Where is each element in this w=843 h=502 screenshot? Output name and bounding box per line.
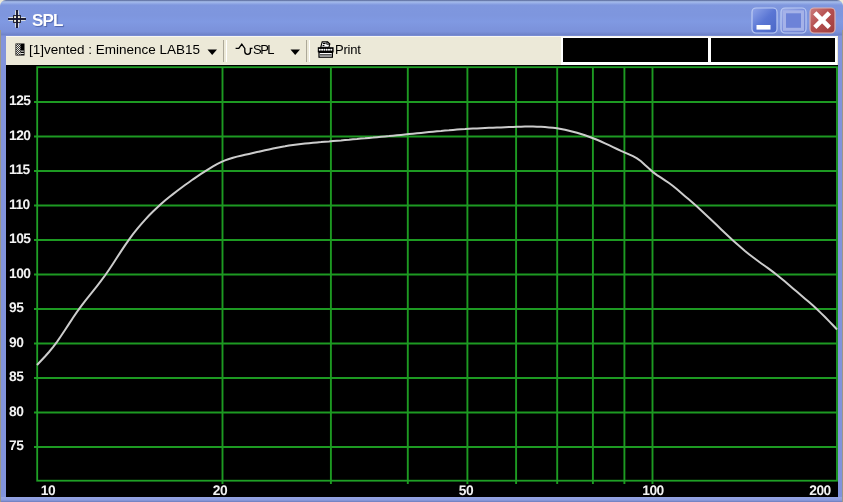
svg-text:200: 200 (809, 483, 831, 498)
svg-text:100: 100 (642, 483, 664, 498)
svg-text:95: 95 (9, 300, 24, 315)
svg-text:120: 120 (9, 128, 31, 143)
svg-text:110: 110 (9, 197, 31, 212)
svg-text:75: 75 (9, 438, 24, 453)
svg-text:80: 80 (9, 404, 24, 419)
svg-text:125: 125 (9, 93, 31, 108)
svg-text:10: 10 (41, 483, 56, 498)
svg-text:105: 105 (9, 231, 31, 246)
svg-text:20: 20 (213, 483, 228, 498)
svg-text:90: 90 (9, 335, 24, 350)
svg-text:85: 85 (9, 369, 24, 384)
svg-text:50: 50 (459, 483, 474, 498)
svg-text:100: 100 (9, 266, 31, 281)
svg-text:115: 115 (9, 162, 31, 177)
